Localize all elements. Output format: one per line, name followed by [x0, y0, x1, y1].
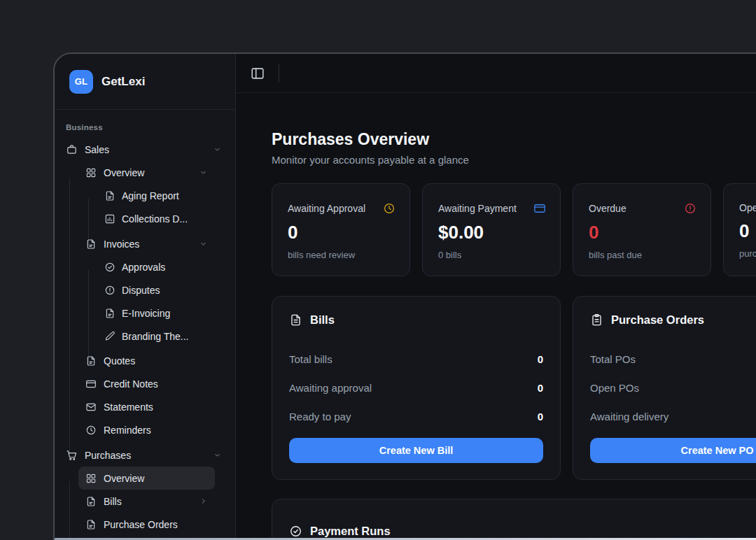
sidebar-item-reminders[interactable]: Reminders: [78, 418, 215, 441]
create-new-bill-button[interactable]: Create New Bill: [289, 438, 543, 463]
stat-card-awaiting-approval: Awaiting Approval 0 bills need review: [272, 183, 410, 276]
bills-panel: Bills Total bills 0 Awaiting approval 0 …: [272, 296, 561, 480]
chevron-down-icon: [213, 145, 222, 154]
sidebar-item-invoices[interactable]: Invoices: [78, 232, 215, 255]
summary-panels-row: Bills Total bills 0 Awaiting approval 0 …: [272, 296, 756, 480]
stat-card-value: 0: [288, 222, 396, 243]
sidebar-item-label: Disputes: [122, 285, 160, 296]
stat-card-open-pos: Open POs 0 purchase orders: [723, 183, 756, 276]
sidebar-item-label: Branding The...: [122, 331, 188, 342]
sidebar-item-label: E-Invoicing: [122, 308, 170, 319]
brand-name: GetLexi: [102, 75, 145, 89]
row-value: 0: [538, 353, 543, 365]
sidebar-item-aging-report[interactable]: Aging Report: [104, 184, 235, 207]
sidebar-item-e-invoicing[interactable]: E-Invoicing: [104, 301, 235, 325]
clock-icon: [383, 202, 396, 215]
sidebar-item-label: Sales: [85, 144, 109, 155]
stat-card-value: 0: [589, 222, 696, 243]
check-circle-icon: [289, 525, 302, 538]
stat-cards-row: Awaiting Approval 0 bills need review Aw…: [272, 183, 756, 276]
stat-card-value: 0: [739, 220, 756, 241]
panel-title: Bills: [310, 313, 335, 327]
grid-icon: [85, 167, 97, 178]
topbar-divider: [279, 64, 279, 83]
sidebar-toggle-button[interactable]: [249, 65, 266, 82]
main-area: Purchases Overview Monitor your accounts…: [236, 54, 756, 540]
page-title: Purchases Overview: [272, 130, 756, 148]
sidebar-item-quotes[interactable]: Quotes: [78, 349, 215, 372]
sidebar-item-statements[interactable]: Statements: [78, 395, 215, 418]
file-icon: [85, 239, 97, 250]
chevron-down-icon: [213, 450, 222, 460]
sidebar-item-label: Invoices: [104, 239, 139, 250]
sidebar-item-branding-themes[interactable]: Branding The...: [104, 325, 235, 348]
stat-card-awaiting-payment: Awaiting Payment $0.00 0 bills: [422, 183, 561, 276]
sidebar-item-label: Quotes: [104, 355, 135, 367]
stat-card-overdue: Overdue 0 bills past due: [573, 183, 711, 276]
sidebar-item-credit-notes[interactable]: Credit Notes: [78, 372, 215, 395]
sidebar: GL GetLexi Business Sales Overview Aging: [55, 54, 236, 540]
topbar: [236, 54, 756, 93]
sidebar-item-label: Purchases: [85, 450, 131, 461]
sidebar-item-label: Credit Notes: [104, 378, 158, 390]
sidebar-item-label: Overview: [104, 167, 144, 178]
sidebar-item-label: Overview: [104, 473, 144, 484]
sidebar-item-sales[interactable]: Sales: [55, 138, 235, 161]
row-label: Total bills: [289, 353, 332, 365]
row-label: Awaiting delivery: [590, 411, 668, 422]
page-content: Purchases Overview Monitor your accounts…: [236, 93, 756, 540]
stat-card-sub: bills need review: [288, 250, 396, 260]
tree-guide-purchases: [69, 481, 70, 540]
file-icon: [104, 190, 115, 201]
tree-guide-sales: [69, 178, 70, 454]
sidebar-item-approvals[interactable]: Approvals: [104, 255, 235, 278]
stat-card-label: Open POs: [739, 202, 756, 213]
sidebar-item-sales-overview[interactable]: Overview: [78, 161, 215, 184]
pen-icon: [104, 331, 115, 342]
sidebar-nav: Business Sales Overview Aging Report Col…: [55, 123, 235, 536]
credit-card-icon: [533, 202, 546, 215]
bag-icon: [66, 143, 78, 155]
panel-row: Ready to pay 0: [289, 402, 543, 431]
stat-card-label: Awaiting Payment: [438, 203, 517, 214]
sidebar-item-purchases-overview[interactable]: Overview: [78, 467, 215, 490]
credit-card-icon: [85, 378, 97, 390]
file-icon: [85, 355, 97, 367]
panel-left-icon: [250, 66, 265, 81]
sidebar-item-label: Bills: [104, 496, 122, 507]
panel-row: Total POs: [590, 345, 756, 374]
panel-title: Purchase Orders: [611, 313, 704, 327]
alert-circle-icon: [104, 285, 115, 296]
sidebar-item-purchases[interactable]: Purchases: [55, 443, 235, 467]
sidebar-item-label: Aging Report: [122, 190, 179, 201]
sidebar-item-label: Purchase Orders: [104, 519, 178, 530]
stat-card-sub: bills past due: [589, 250, 696, 260]
row-value: 0: [538, 411, 543, 422]
screen: { "brand": { "initials": "GL", "name": "…: [0, 0, 756, 540]
panel-row: Total bills 0: [289, 345, 543, 374]
sidebar-item-bills[interactable]: Bills: [78, 490, 215, 513]
brand-header: GL GetLexi: [55, 54, 235, 110]
chevron-down-icon: [199, 239, 208, 248]
create-new-po-button[interactable]: Create New PO: [590, 438, 756, 463]
chevron-right-icon: [199, 497, 208, 506]
sidebar-item-collections-dashboard[interactable]: Collections D...: [104, 207, 235, 230]
stat-card-label: Awaiting Approval: [288, 203, 365, 214]
alert-circle-icon: [684, 202, 696, 215]
stat-card-sub: 0 bills: [438, 250, 546, 260]
file-text-icon: [289, 313, 302, 327]
page-subtitle: Monitor your accounts payable at a glanc…: [272, 154, 756, 166]
stat-card-sub: purchase orders: [739, 248, 756, 259]
mail-icon: [85, 402, 97, 413]
sidebar-item-label: Reminders: [104, 425, 151, 436]
check-circle-icon: [104, 262, 115, 273]
row-label: Awaiting approval: [289, 382, 372, 394]
grid-icon: [85, 473, 97, 484]
cart-icon: [66, 449, 78, 461]
sidebar-item-disputes[interactable]: Disputes: [104, 278, 235, 301]
panel-title: Payment Runs: [310, 525, 391, 538]
clock-icon: [85, 425, 97, 436]
file-icon: [85, 496, 97, 507]
sidebar-item-purchase-orders[interactable]: Purchase Orders: [78, 513, 215, 536]
app-window: GL GetLexi Business Sales Overview Aging: [53, 52, 756, 540]
